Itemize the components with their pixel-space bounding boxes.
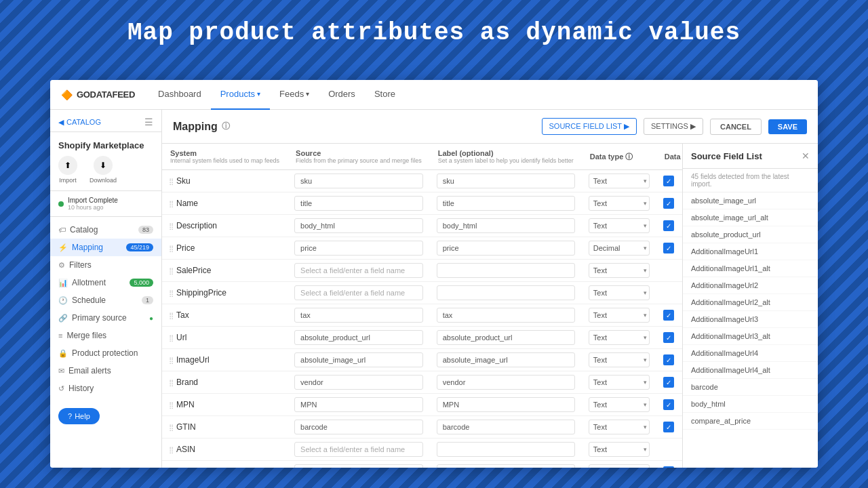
data-type-select[interactable]: TextDecimalIntegerBooleanDate <box>589 263 650 278</box>
source-field-cell[interactable] <box>288 349 430 371</box>
label-input[interactable] <box>437 330 575 345</box>
data-scrub-cell[interactable] <box>656 282 682 304</box>
data-type-select[interactable]: TextDecimalIntegerBooleanDate <box>589 330 650 345</box>
close-source-panel-button[interactable]: ✕ <box>802 150 810 161</box>
data-type-select[interactable]: TextDecimalIntegerBooleanDate <box>589 308 650 323</box>
data-scrub-checkbox[interactable] <box>663 198 674 209</box>
data-scrub-cell[interactable] <box>656 192 682 215</box>
nav-orders[interactable]: Orders <box>319 80 365 110</box>
data-type-cell[interactable]: TextDecimalIntegerBooleanDate ▾ <box>582 439 656 461</box>
label-field-cell[interactable] <box>430 215 582 237</box>
source-field-item[interactable]: AdditionalImageUrl1 <box>683 243 818 260</box>
data-type-select[interactable]: TextDecimalIntegerBooleanDate <box>589 397 650 412</box>
label-field-cell[interactable] <box>430 461 582 468</box>
source-field-cell[interactable] <box>288 327 430 349</box>
data-type-cell[interactable]: TextDecimalIntegerBooleanDate ▾ <box>582 371 656 394</box>
label-field-cell[interactable] <box>430 260 582 282</box>
source-field-item[interactable]: AdditionalImageUrl3_alt <box>683 328 818 345</box>
sidebar-item-schedule[interactable]: 🕐 Schedule 1 <box>50 291 161 309</box>
data-type-select[interactable]: TextDecimalIntegerBooleanDate <box>589 352 650 367</box>
data-scrub-cell[interactable] <box>656 170 682 192</box>
data-type-cell[interactable]: TextDecimalIntegerBooleanDate ▾ <box>582 215 656 237</box>
data-scrub-checkbox[interactable] <box>663 422 674 432</box>
source-input[interactable] <box>294 442 423 457</box>
source-input[interactable] <box>294 420 423 434</box>
data-type-select[interactable]: TextDecimalIntegerBooleanDate <box>589 241 650 256</box>
source-field-item[interactable]: AdditionalImageUrl1_alt <box>683 260 818 277</box>
sidebar-toggle-icon[interactable]: ☰ <box>144 117 153 127</box>
data-scrub-checkbox[interactable] <box>663 332 674 343</box>
source-field-cell[interactable] <box>288 461 430 468</box>
label-field-cell[interactable] <box>430 439 582 461</box>
sidebar-item-history[interactable]: ↺ History <box>50 380 161 397</box>
data-type-cell[interactable]: TextDecimalIntegerBooleanDate ▾ <box>582 170 656 192</box>
data-type-cell[interactable]: TextDecimalIntegerBooleanDate ▾ <box>582 349 656 371</box>
data-scrub-cell[interactable] <box>656 327 682 349</box>
label-input[interactable] <box>437 308 575 323</box>
source-field-item[interactable]: absolute_product_url <box>683 226 818 243</box>
source-input[interactable] <box>294 397 423 412</box>
sidebar-item-allotment[interactable]: 📊 Allotment 5,000 <box>50 274 161 291</box>
data-scrub-checkbox[interactable] <box>663 310 674 321</box>
source-field-cell[interactable] <box>288 237 430 260</box>
data-type-cell[interactable]: TextDecimalIntegerBooleanDate ▾ <box>582 260 656 282</box>
sidebar-item-mapping[interactable]: ⚡ Mapping 45/219 <box>50 239 161 256</box>
data-type-cell[interactable]: TextDecimalIntegerBooleanDate ▾ <box>582 416 656 439</box>
source-field-item[interactable]: barcode <box>683 379 818 396</box>
data-type-select[interactable]: TextDecimalIntegerBooleanDate <box>589 196 650 211</box>
source-input[interactable] <box>294 241 423 256</box>
label-input[interactable] <box>437 241 575 256</box>
data-type-select[interactable]: TextDecimalIntegerBooleanDate <box>589 442 650 457</box>
label-input[interactable] <box>437 375 575 390</box>
source-field-item[interactable]: compare_at_price <box>683 413 818 430</box>
download-button[interactable]: ⬇ Download <box>90 156 117 184</box>
source-input[interactable] <box>294 308 423 323</box>
data-type-cell[interactable]: TextDecimalIntegerBooleanDate ▾ <box>582 461 656 468</box>
sidebar-item-merge-files[interactable]: ≡ Merge files <box>50 327 161 344</box>
data-type-cell[interactable]: TextDecimalIntegerBooleanDate ▾ <box>582 327 656 349</box>
label-input[interactable] <box>437 352 575 367</box>
source-field-item[interactable]: absolute_image_url_alt <box>683 209 818 226</box>
source-input[interactable] <box>294 464 423 468</box>
source-input[interactable] <box>294 263 423 278</box>
sidebar-item-primary-source[interactable]: 🔗 Primary source ● <box>50 309 161 327</box>
source-field-item[interactable]: absolute_image_url <box>683 192 818 209</box>
data-type-cell[interactable]: TextDecimalIntegerBooleanDate ▾ <box>582 282 656 304</box>
help-button[interactable]: ? Help <box>58 408 100 424</box>
source-input[interactable] <box>294 352 423 367</box>
nav-products[interactable]: Products ▾ <box>211 80 270 110</box>
label-field-cell[interactable] <box>430 282 582 304</box>
sidebar-item-product-protection[interactable]: 🔒 Product protection <box>50 344 161 362</box>
source-field-cell[interactable] <box>288 304 430 327</box>
source-field-cell[interactable] <box>288 416 430 439</box>
source-input[interactable] <box>294 375 423 390</box>
source-field-cell[interactable] <box>288 192 430 215</box>
sidebar-item-catalog[interactable]: 🏷 Catalog 83 <box>50 221 161 239</box>
data-scrub-checkbox[interactable] <box>663 377 674 388</box>
data-scrub-checkbox[interactable] <box>663 243 674 253</box>
label-field-cell[interactable] <box>430 416 582 439</box>
source-field-item[interactable]: AdditionalImageUrl3 <box>683 311 818 328</box>
data-scrub-cell[interactable] <box>656 371 682 394</box>
data-type-select[interactable]: TextDecimalIntegerBooleanDate <box>589 285 650 300</box>
data-type-cell[interactable]: TextDecimalIntegerBooleanDate ▾ <box>582 192 656 215</box>
data-scrub-cell[interactable] <box>656 349 682 371</box>
source-field-cell[interactable] <box>288 215 430 237</box>
nav-store[interactable]: Store <box>365 80 405 110</box>
data-scrub-cell[interactable] <box>656 394 682 416</box>
import-button[interactable]: ⬆ Import <box>58 156 77 184</box>
data-scrub-checkbox[interactable] <box>663 399 674 410</box>
label-field-cell[interactable] <box>430 192 582 215</box>
source-field-cell[interactable] <box>288 282 430 304</box>
save-button[interactable]: SAVE <box>768 119 807 134</box>
source-field-cell[interactable] <box>288 371 430 394</box>
data-scrub-cell[interactable] <box>656 416 682 439</box>
data-type-cell[interactable]: TextDecimalIntegerBooleanDate ▾ <box>582 304 656 327</box>
data-type-cell[interactable]: TextDecimalIntegerBooleanDate ▾ <box>582 394 656 416</box>
sidebar-item-email-alerts[interactable]: ✉ Email alerts <box>50 362 161 380</box>
source-field-item[interactable]: body_html <box>683 396 818 413</box>
data-type-select[interactable]: TextDecimalIntegerBooleanDate <box>589 174 650 188</box>
source-field-cell[interactable] <box>288 439 430 461</box>
nav-dashboard[interactable]: Dashboard <box>149 80 211 110</box>
cancel-button[interactable]: CANCEL <box>710 119 762 135</box>
